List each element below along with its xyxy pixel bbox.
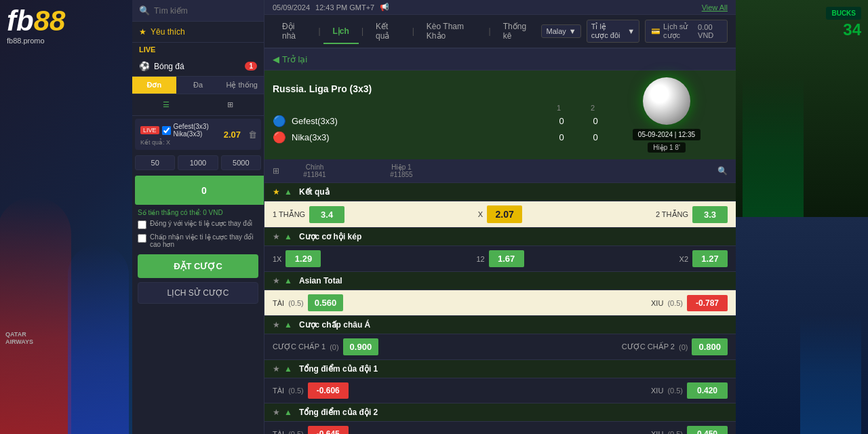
- asian-tai-odds[interactable]: 0.560: [308, 294, 344, 311]
- preset-5000[interactable]: 5000: [221, 155, 261, 170]
- col2-header: 2: [583, 104, 603, 112]
- asian-total-title: Asian Total: [299, 276, 342, 285]
- logo: fb88 fb88.promo: [7, 7, 65, 45]
- search-bar[interactable]: 🔍: [132, 0, 264, 22]
- ti-le-label: Tỉ lệ cược đôi: [591, 22, 625, 40]
- doi1-xiu-odds[interactable]: 0.420: [687, 382, 728, 399]
- co-hoi-kep-star-icon[interactable]: ★: [273, 232, 280, 241]
- sidebar: 🔍 ★ Yêu thích LIVE ⚽ Bóng đá 1 Đơn Đa Hệ…: [132, 0, 264, 434]
- asian-xiu[interactable]: XIU (0.5) -0.787: [500, 295, 728, 311]
- bucks-badge: BUCKS: [826, 7, 861, 20]
- doi2-tai[interactable]: TÀI (0.5) -0.645: [273, 426, 500, 434]
- odds-type-selector[interactable]: Malay ▼: [541, 24, 580, 38]
- bet-format-selector: ☰ ⊞: [132, 94, 264, 116]
- bet-format-grid[interactable]: ⊞: [199, 97, 261, 113]
- right-banner-top: BUCKS 34: [736, 0, 868, 217]
- tab-keo-tham-khao[interactable]: Kèo Tham Khảo: [417, 15, 486, 49]
- odds-12[interactable]: 12 1.67: [425, 250, 576, 267]
- tab-sep3: |: [410, 26, 417, 36]
- doi1-handicap2: (0.5): [667, 387, 683, 395]
- label-12: 12: [476, 255, 484, 263]
- co-hoi-kep-collapse-icon[interactable]: ▲: [284, 232, 292, 241]
- checkbox-accept-higher[interactable]: [138, 234, 146, 243]
- chap-1-odds[interactable]: 0.900: [343, 338, 379, 355]
- lich-su-cuoc-button[interactable]: LỊCH SỬ CƯỢC: [138, 282, 258, 304]
- score-headers: 1 2: [273, 104, 606, 112]
- delete-icon[interactable]: 🗑: [248, 130, 257, 140]
- chap-2-odds[interactable]: 0.800: [692, 338, 728, 355]
- sport-item-football[interactable]: ⚽ Bóng đá 1: [132, 56, 264, 77]
- search-input[interactable]: [154, 6, 257, 16]
- odds-1-thang[interactable]: 1 THẮNG 3.4: [273, 206, 425, 223]
- dat-cuoc-button[interactable]: ĐẶT CƯỢC: [138, 254, 258, 278]
- team1-emblem: 🔵: [273, 115, 286, 127]
- chap-collapse-icon[interactable]: ▲: [284, 320, 292, 330]
- odds-1-thang-val[interactable]: 3.4: [309, 206, 344, 223]
- match-checkbox[interactable]: [162, 126, 171, 135]
- balance-display: 💳 Lịch sử cược 0.00 VND: [645, 20, 728, 43]
- doi2-xiu-odds[interactable]: 0.450: [687, 426, 728, 434]
- odds-x2-val[interactable]: 1.27: [692, 250, 728, 267]
- asian-total-collapse-icon[interactable]: ▲: [284, 276, 292, 285]
- tab-sep4: |: [486, 26, 494, 36]
- col-hiep1-label: Hiệp 1: [391, 163, 411, 171]
- odds-2-thang[interactable]: 2 THẮNG 3.3: [576, 206, 728, 223]
- basketball-player-silhouette: [743, 41, 804, 217]
- odds-x-val[interactable]: 2.07: [487, 205, 522, 223]
- col-chinh-label: Chính: [306, 163, 324, 171]
- chap-1[interactable]: CƯỢC CHẤP 1 (0) 0.900: [273, 338, 500, 355]
- tong-doi2-star-icon[interactable]: ★: [273, 408, 280, 417]
- team2-scores: 0 0: [551, 132, 606, 142]
- odds-1x[interactable]: 1X 1.29: [273, 250, 425, 267]
- bet-format-list[interactable]: ☰: [135, 97, 197, 113]
- label-x: X: [478, 210, 483, 218]
- tab-ket-qua[interactable]: Kết quả: [366, 15, 410, 49]
- odds-1x-val[interactable]: 1.29: [285, 250, 321, 267]
- preset-50[interactable]: 50: [135, 155, 175, 170]
- chap-1-handicap: (0): [330, 343, 338, 351]
- doi1-tai[interactable]: TÀI (0.5) -0.606: [273, 382, 500, 399]
- ti-le-selector[interactable]: Tỉ lệ cược đôi ▼: [587, 20, 639, 43]
- tab-thong-ke[interactable]: Thống kê: [494, 15, 542, 49]
- asian-xiu-label: XIU: [651, 299, 663, 307]
- odds-12-val[interactable]: 1.67: [489, 250, 524, 267]
- tab-he-thong[interactable]: Hệ thống: [220, 77, 264, 94]
- checkbox-odds-change[interactable]: [138, 220, 146, 229]
- odds-2-thang-val[interactable]: 3.3: [692, 206, 728, 223]
- doi2-tai-odds[interactable]: -0.645: [308, 426, 349, 434]
- section-chap-header: ★ ▲ Cược chấp châu Á: [264, 316, 736, 334]
- doi1-tai-odds[interactable]: -0.606: [308, 382, 349, 399]
- tab-da[interactable]: Đa: [176, 77, 220, 94]
- back-button[interactable]: ◀ Trở lại: [273, 54, 307, 64]
- nav-tabs: Đội nhà | Lịch | Kết quả | Kèo Tham Khảo…: [264, 15, 736, 49]
- back-label: Trở lại: [282, 54, 307, 64]
- tab-doi-nha[interactable]: Đội nhà: [273, 15, 315, 49]
- collapse-all-icon[interactable]: ⊞: [273, 166, 279, 176]
- odds-x2[interactable]: X2 1.27: [576, 250, 728, 267]
- asian-xiu-odds[interactable]: -0.787: [687, 295, 728, 311]
- tong-doi1-title: Tổng điểm của đội 1: [299, 364, 378, 374]
- ket-qua-star-icon[interactable]: ★: [273, 187, 280, 197]
- favorites-item[interactable]: ★ Yêu thích: [132, 22, 264, 43]
- section-asian-total-header: ★ ▲ Asian Total: [264, 272, 736, 290]
- asian-total-star-icon[interactable]: ★: [273, 276, 280, 285]
- bet-amount-input[interactable]: [135, 176, 264, 205]
- tong-doi1-collapse-icon[interactable]: ▲: [284, 364, 292, 374]
- search-icon-right[interactable]: 🔍: [717, 166, 728, 176]
- tong-doi1-star-icon[interactable]: ★: [273, 364, 280, 374]
- preset-1000[interactable]: 1000: [178, 155, 218, 170]
- doi1-xiu[interactable]: XIU (0.5) 0.420: [500, 382, 728, 399]
- ket-qua-collapse-icon[interactable]: ▲: [284, 187, 292, 197]
- odds-x[interactable]: X 2.07: [425, 205, 576, 223]
- time-text: 12:43 PM GMT+7: [315, 3, 374, 12]
- doi2-tai-label: TÀI: [273, 430, 284, 434]
- chap-2[interactable]: CƯỢC CHẤP 2 (0) 0.800: [500, 338, 728, 355]
- chap-star-icon[interactable]: ★: [273, 320, 280, 330]
- asian-tai[interactable]: TÀI (0.5) 0.560: [273, 294, 500, 311]
- match-datetime: 05-09-2024 | 12:35: [633, 129, 701, 140]
- tab-don[interactable]: Đơn: [132, 77, 176, 94]
- tong-doi2-collapse-icon[interactable]: ▲: [284, 408, 292, 417]
- doi2-xiu[interactable]: XIU (0.5) 0.450: [500, 426, 728, 434]
- tab-lich[interactable]: Lịch: [323, 20, 359, 44]
- view-all-link[interactable]: View All: [702, 3, 728, 12]
